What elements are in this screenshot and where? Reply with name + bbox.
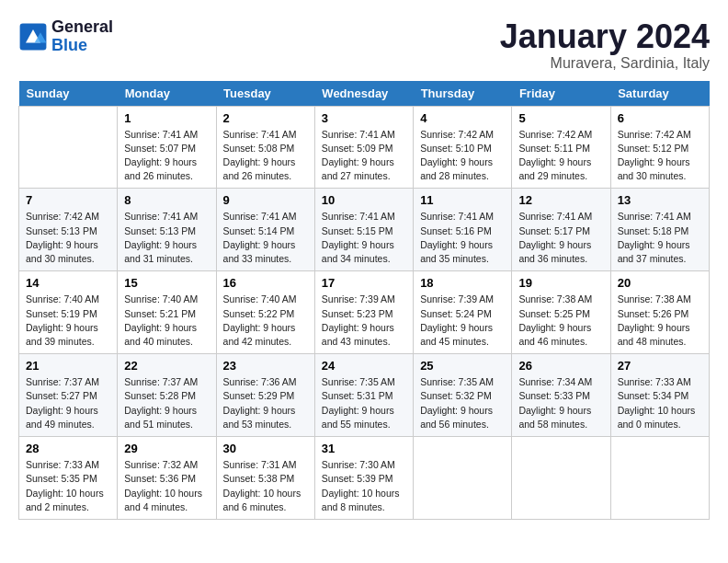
day-number: 7 [26,193,110,207]
day-number: 18 [420,276,505,290]
weekday-header: Saturday [610,81,709,107]
day-info: Sunrise: 7:35 AMSunset: 5:32 PMDaylight:… [420,375,505,431]
day-number: 31 [322,442,406,455]
day-info: Sunrise: 7:38 AMSunset: 5:26 PMDaylight:… [618,293,702,349]
day-number: 24 [322,359,406,373]
day-number: 16 [223,276,308,290]
calendar-cell: 14Sunrise: 7:40 AMSunset: 5:19 PMDayligh… [19,271,118,354]
day-number: 2 [223,111,308,125]
calendar-cell: 11Sunrise: 7:41 AMSunset: 5:16 PMDayligh… [414,189,512,271]
day-number: 22 [124,359,209,373]
day-info: Sunrise: 7:35 AMSunset: 5:31 PMDaylight:… [322,375,406,431]
day-number: 30 [223,442,308,455]
day-info: Sunrise: 7:38 AMSunset: 5:25 PMDaylight:… [518,293,603,349]
day-number: 5 [518,111,603,125]
calendar-table: SundayMondayTuesdayWednesdayThursdayFrid… [18,81,710,520]
calendar-cell: 28Sunrise: 7:33 AMSunset: 5:35 PMDayligh… [19,437,118,520]
calendar-cell: 23Sunrise: 7:36 AMSunset: 5:29 PMDayligh… [216,354,314,437]
calendar-week-row: 7Sunrise: 7:42 AMSunset: 5:13 PMDaylight… [19,189,710,271]
calendar-cell: 16Sunrise: 7:40 AMSunset: 5:22 PMDayligh… [216,271,314,354]
month-title: January 2024 [500,18,710,55]
title-block: January 2024 Muravera, Sardinia, Italy [500,18,710,72]
day-number: 19 [518,276,603,290]
calendar-cell [414,437,512,520]
day-number: 12 [518,193,603,207]
calendar-cell: 2Sunrise: 7:41 AMSunset: 5:08 PMDaylight… [216,106,314,189]
day-info: Sunrise: 7:41 AMSunset: 5:16 PMDaylight:… [420,210,505,266]
day-number: 25 [420,359,505,373]
calendar-cell: 24Sunrise: 7:35 AMSunset: 5:31 PMDayligh… [314,354,413,437]
day-number: 27 [618,359,702,373]
weekday-header: Tuesday [216,81,314,107]
day-info: Sunrise: 7:42 AMSunset: 5:13 PMDaylight:… [26,210,110,266]
day-info: Sunrise: 7:41 AMSunset: 5:13 PMDaylight:… [124,210,209,266]
calendar-cell: 22Sunrise: 7:37 AMSunset: 5:28 PMDayligh… [118,354,216,437]
calendar-cell: 18Sunrise: 7:39 AMSunset: 5:24 PMDayligh… [414,271,512,354]
day-info: Sunrise: 7:31 AMSunset: 5:38 PMDaylight:… [223,458,308,514]
calendar-cell: 27Sunrise: 7:33 AMSunset: 5:34 PMDayligh… [610,354,709,437]
day-info: Sunrise: 7:41 AMSunset: 5:17 PMDaylight:… [518,210,603,266]
day-info: Sunrise: 7:41 AMSunset: 5:14 PMDaylight:… [223,210,308,266]
weekday-header: Friday [512,81,610,107]
day-number: 28 [26,442,110,455]
calendar-cell: 6Sunrise: 7:42 AMSunset: 5:12 PMDaylight… [610,106,709,189]
weekday-header: Monday [118,81,216,107]
calendar-cell: 17Sunrise: 7:39 AMSunset: 5:23 PMDayligh… [314,271,413,354]
day-number: 6 [618,111,702,125]
calendar-cell: 3Sunrise: 7:41 AMSunset: 5:09 PMDaylight… [314,106,413,189]
calendar-cell: 1Sunrise: 7:41 AMSunset: 5:07 PMDaylight… [118,106,216,189]
day-info: Sunrise: 7:42 AMSunset: 5:10 PMDaylight:… [420,128,505,184]
day-info: Sunrise: 7:40 AMSunset: 5:21 PMDaylight:… [124,293,209,349]
calendar-cell: 4Sunrise: 7:42 AMSunset: 5:10 PMDaylight… [414,106,512,189]
calendar-cell: 5Sunrise: 7:42 AMSunset: 5:11 PMDaylight… [512,106,610,189]
day-number: 1 [124,111,209,125]
day-info: Sunrise: 7:41 AMSunset: 5:08 PMDaylight:… [223,128,308,184]
day-number: 9 [223,193,308,207]
day-number: 3 [322,111,406,125]
day-info: Sunrise: 7:40 AMSunset: 5:19 PMDaylight:… [26,293,110,349]
calendar-cell [19,106,118,189]
day-info: Sunrise: 7:37 AMSunset: 5:28 PMDaylight:… [124,375,209,431]
calendar-week-row: 21Sunrise: 7:37 AMSunset: 5:27 PMDayligh… [19,354,710,437]
calendar-cell [512,437,610,520]
calendar-cell: 21Sunrise: 7:37 AMSunset: 5:27 PMDayligh… [19,354,118,437]
calendar-cell: 20Sunrise: 7:38 AMSunset: 5:26 PMDayligh… [610,271,709,354]
day-info: Sunrise: 7:39 AMSunset: 5:23 PMDaylight:… [322,293,406,349]
day-info: Sunrise: 7:41 AMSunset: 5:09 PMDaylight:… [322,128,406,184]
calendar-cell: 13Sunrise: 7:41 AMSunset: 5:18 PMDayligh… [610,189,709,271]
calendar-cell: 7Sunrise: 7:42 AMSunset: 5:13 PMDaylight… [19,189,118,271]
day-info: Sunrise: 7:33 AMSunset: 5:34 PMDaylight:… [618,375,702,431]
day-info: Sunrise: 7:34 AMSunset: 5:33 PMDaylight:… [518,375,603,431]
calendar-cell: 12Sunrise: 7:41 AMSunset: 5:17 PMDayligh… [512,189,610,271]
day-number: 26 [518,359,603,373]
day-number: 23 [223,359,308,373]
logo: General Blue [18,18,113,55]
day-number: 4 [420,111,505,125]
calendar-header: SundayMondayTuesdayWednesdayThursdayFrid… [19,81,710,107]
calendar-cell: 8Sunrise: 7:41 AMSunset: 5:13 PMDaylight… [118,189,216,271]
calendar-week-row: 28Sunrise: 7:33 AMSunset: 5:35 PMDayligh… [19,437,710,520]
day-number: 11 [420,193,505,207]
calendar-cell: 19Sunrise: 7:38 AMSunset: 5:25 PMDayligh… [512,271,610,354]
page-header: General Blue January 2024 Muravera, Sard… [18,18,710,72]
day-number: 15 [124,276,209,290]
calendar-cell: 26Sunrise: 7:34 AMSunset: 5:33 PMDayligh… [512,354,610,437]
calendar-cell: 30Sunrise: 7:31 AMSunset: 5:38 PMDayligh… [216,437,314,520]
day-number: 10 [322,193,406,207]
calendar-cell: 9Sunrise: 7:41 AMSunset: 5:14 PMDaylight… [216,189,314,271]
calendar-week-row: 14Sunrise: 7:40 AMSunset: 5:19 PMDayligh… [19,271,710,354]
day-info: Sunrise: 7:37 AMSunset: 5:27 PMDaylight:… [26,375,110,431]
day-info: Sunrise: 7:33 AMSunset: 5:35 PMDaylight:… [26,458,110,514]
day-info: Sunrise: 7:32 AMSunset: 5:36 PMDaylight:… [124,458,209,514]
day-info: Sunrise: 7:42 AMSunset: 5:12 PMDaylight:… [618,128,702,184]
day-info: Sunrise: 7:30 AMSunset: 5:39 PMDaylight:… [322,458,406,514]
day-number: 13 [618,193,702,207]
calendar-cell: 31Sunrise: 7:30 AMSunset: 5:39 PMDayligh… [314,437,413,520]
logo-icon [18,22,48,52]
weekday-row: SundayMondayTuesdayWednesdayThursdayFrid… [19,81,710,107]
day-number: 17 [322,276,406,290]
day-info: Sunrise: 7:41 AMSunset: 5:15 PMDaylight:… [322,210,406,266]
day-info: Sunrise: 7:40 AMSunset: 5:22 PMDaylight:… [223,293,308,349]
weekday-header: Thursday [414,81,512,107]
day-info: Sunrise: 7:41 AMSunset: 5:18 PMDaylight:… [618,210,702,266]
